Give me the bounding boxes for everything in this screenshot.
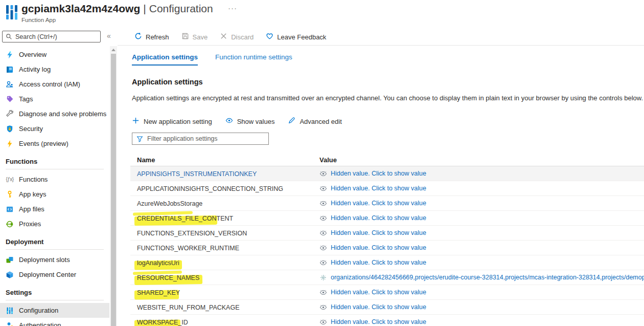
setting-value-link[interactable]: Hidden value. Click to show value bbox=[331, 214, 426, 222]
activity-log-icon bbox=[6, 66, 14, 74]
title-separator: | bbox=[140, 3, 149, 14]
command-label: Leave Feedback bbox=[277, 33, 326, 41]
table-row[interactable]: AzureWebJobsStorageHidden value. Click t… bbox=[130, 196, 644, 211]
sidebar-item-app-keys[interactable]: App keys bbox=[0, 187, 109, 202]
name-cell: CREDENTIALS_FILE_CONTENT bbox=[130, 213, 319, 223]
sidebar-search[interactable] bbox=[2, 31, 101, 42]
tab-application-settings[interactable]: Application settings bbox=[132, 53, 198, 66]
table-row[interactable]: FUNCTIONS_EXTENSION_VERSIONHidden value.… bbox=[130, 226, 644, 241]
setting-name[interactable]: WEBSITE_RUN_FROM_PACKAGE bbox=[137, 304, 240, 311]
eye-icon bbox=[319, 289, 327, 296]
sidebar-item-label: Activity log bbox=[19, 66, 51, 73]
tab-function-runtime-settings[interactable]: Function runtime settings bbox=[215, 53, 292, 66]
setting-value-link[interactable]: Hidden value. Click to show value bbox=[331, 185, 426, 192]
table-row[interactable]: RESOURCE_NAMESorganizations/464282456669… bbox=[130, 270, 644, 285]
table-row[interactable]: APPLICATIONINSIGHTS_CONNECTION_STRINGHid… bbox=[130, 181, 644, 196]
settings-table-body: APPINSIGHTS_INSTRUMENTATIONKEYHidden val… bbox=[130, 166, 644, 326]
setting-name[interactable]: SHARED_KEY bbox=[137, 289, 180, 296]
setting-name[interactable]: logAnalyticsUri bbox=[137, 259, 179, 267]
functions-icon: {ƒx} bbox=[6, 176, 14, 184]
sidebar-item-label: Diagnose and solve problems bbox=[19, 110, 106, 118]
tab-bar: Application settingsFunction runtime set… bbox=[132, 53, 644, 66]
scrollbar-thumb[interactable] bbox=[111, 54, 116, 326]
show-values-button[interactable]: Show values bbox=[225, 117, 275, 126]
setting-value-link[interactable]: Hidden value. Click to show value bbox=[331, 229, 426, 236]
refresh-button[interactable]: Refresh bbox=[130, 32, 174, 41]
name-cell: APPINSIGHTS_INSTRUMENTATIONKEY bbox=[130, 169, 319, 178]
proxies-icon bbox=[6, 220, 14, 228]
setting-value-link[interactable]: Hidden value. Click to show value bbox=[331, 318, 426, 325]
setting-value-link[interactable]: Hidden value. Click to show value bbox=[331, 244, 426, 251]
sidebar-item-authentication[interactable]: Authentication bbox=[0, 318, 109, 326]
command-label: Save bbox=[193, 33, 208, 41]
function-app-icon bbox=[6, 5, 18, 21]
table-row[interactable]: CREDENTIALS_FILE_CONTENTHidden value. Cl… bbox=[130, 211, 644, 226]
search-icon bbox=[6, 33, 12, 40]
setting-name[interactable]: APPINSIGHTS_INSTRUMENTATIONKEY bbox=[137, 170, 257, 178]
sidebar-item-activity-log[interactable]: Activity log bbox=[0, 62, 109, 77]
value-cell: Hidden value. Click to show value bbox=[319, 200, 644, 207]
collapse-sidebar-icon[interactable]: « bbox=[107, 32, 111, 40]
pencil-icon bbox=[288, 117, 295, 126]
sidebar-scrollbar[interactable] bbox=[110, 46, 117, 326]
table-row[interactable]: SHARED_KEYHidden value. Click to show va… bbox=[130, 285, 644, 300]
section-heading: Application settings bbox=[132, 78, 644, 86]
section-description: Application settings are encrypted at re… bbox=[132, 94, 644, 102]
sidebar-item-overview[interactable]: Overview bbox=[0, 47, 109, 62]
sidebar-item-events-preview[interactable]: Events (preview) bbox=[0, 136, 109, 151]
more-menu-icon[interactable]: ··· bbox=[228, 4, 237, 12]
sidebar-item-deployment-slots[interactable]: Deployment slots bbox=[0, 252, 109, 267]
setting-value-link[interactable]: Hidden value. Click to show value bbox=[331, 170, 426, 177]
sidebar-item-security[interactable]: Security bbox=[0, 121, 109, 136]
setting-value-link[interactable]: organizations/464282456669,projects/erud… bbox=[331, 274, 644, 281]
sidebar-item-label: App keys bbox=[19, 190, 46, 198]
table-row[interactable]: APPINSIGHTS_INSTRUMENTATIONKEYHidden val… bbox=[130, 166, 644, 181]
sidebar-item-diagnose-and-solve-problems[interactable]: Diagnose and solve problems bbox=[0, 106, 109, 121]
setting-name[interactable]: FUNCTIONS_EXTENSION_VERSION bbox=[137, 230, 247, 237]
table-row[interactable]: FUNCTIONS_WORKER_RUNTIMEHidden value. Cl… bbox=[130, 241, 644, 255]
sidebar-item-label: Security bbox=[19, 125, 43, 133]
table-row[interactable]: WORKSPACE_IDHidden value. Click to show … bbox=[130, 315, 644, 326]
setting-value-link[interactable]: Hidden value. Click to show value bbox=[331, 200, 426, 207]
content-area: Application settingsFunction runtime set… bbox=[118, 46, 644, 326]
diagnose-icon bbox=[6, 110, 14, 118]
setting-name[interactable]: RESOURCE_NAMES bbox=[137, 274, 199, 281]
sidebar-item-tags[interactable]: Tags bbox=[0, 92, 109, 106]
filter-input[interactable] bbox=[147, 135, 264, 142]
advanced-edit-button[interactable]: Advanced edit bbox=[288, 117, 341, 126]
deployment-center-icon bbox=[6, 271, 14, 279]
deployment-slots-icon bbox=[6, 256, 14, 264]
value-cell: organizations/464282456669,projects/erud… bbox=[319, 274, 644, 281]
sidebar-item-label: Overview bbox=[19, 51, 47, 58]
setting-name[interactable]: FUNCTIONS_WORKER_RUNTIME bbox=[137, 245, 239, 252]
setting-name[interactable]: WORKSPACE_ID bbox=[137, 319, 188, 326]
sidebar-item-proxies[interactable]: Proxies bbox=[0, 216, 109, 231]
setting-name[interactable]: AzureWebJobsStorage bbox=[137, 200, 202, 207]
value-cell: Hidden value. Click to show value bbox=[319, 303, 644, 311]
search-input[interactable] bbox=[15, 33, 97, 40]
table-row[interactable]: WEBSITE_RUN_FROM_PACKAGEHidden value. Cl… bbox=[130, 300, 644, 315]
leave-feedback-button[interactable]: Leave Feedback bbox=[261, 32, 331, 41]
sidebar-item-access-control-iam[interactable]: Access control (IAM) bbox=[0, 77, 109, 92]
sidebar-item-app-files[interactable]: App files bbox=[0, 202, 109, 216]
filter-box[interactable] bbox=[132, 133, 269, 145]
events-icon bbox=[6, 140, 14, 148]
setting-name[interactable]: APPLICATIONINSIGHTS_CONNECTION_STRING bbox=[137, 185, 283, 192]
eye-icon bbox=[319, 319, 327, 325]
table-row[interactable]: logAnalyticsUriHidden value. Click to sh… bbox=[130, 255, 644, 270]
eye-icon bbox=[319, 304, 327, 311]
sidebar-item-functions[interactable]: {ƒx}Functions bbox=[0, 172, 109, 187]
sidebar-item-deployment-center[interactable]: Deployment Center bbox=[0, 267, 109, 282]
scrollbar-up-arrow-icon[interactable] bbox=[111, 49, 116, 51]
sidebar-item-configuration[interactable]: Configuration bbox=[0, 303, 109, 318]
sidebar-item-label: Authentication bbox=[19, 321, 61, 326]
sidebar-nav: OverviewActivity logAccess control (IAM)… bbox=[0, 47, 109, 326]
security-icon bbox=[6, 125, 14, 133]
setting-name[interactable]: CREDENTIALS_FILE_CONTENT bbox=[137, 215, 233, 222]
setting-value-link[interactable]: Hidden value. Click to show value bbox=[331, 303, 426, 311]
new-application-setting-button[interactable]: New application setting bbox=[132, 117, 212, 126]
setting-value-link[interactable]: Hidden value. Click to show value bbox=[331, 289, 426, 296]
setting-value-link[interactable]: Hidden value. Click to show value bbox=[331, 259, 426, 266]
sidebar-item-label: Deployment slots bbox=[19, 256, 70, 264]
discard-button: Discard bbox=[215, 32, 258, 41]
